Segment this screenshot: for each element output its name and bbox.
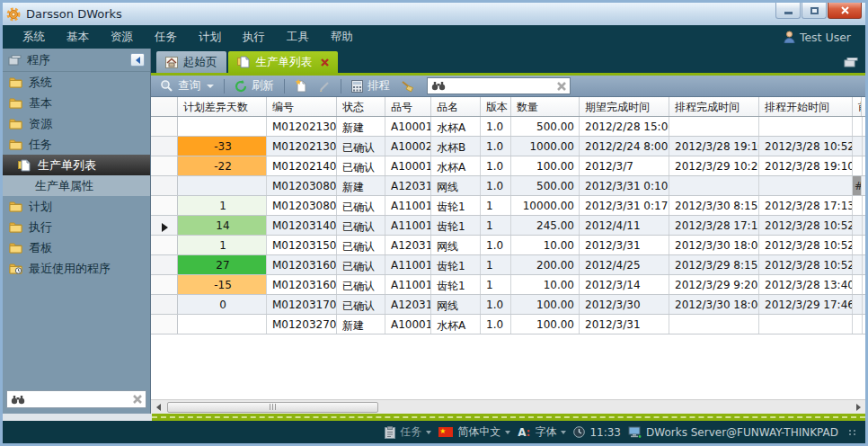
cell-item_no: A10001	[385, 315, 431, 334]
table-row[interactable]: M012032701新建A10001水杯A1.0100.002012/3/31	[151, 315, 865, 334]
scroll-right-icon[interactable]	[851, 404, 865, 411]
tab-overflow-icon[interactable]	[844, 57, 858, 67]
row-selector[interactable]	[151, 236, 178, 254]
toolbar-search-input[interactable]	[449, 80, 554, 93]
sidebar-collapse-button[interactable]	[130, 53, 145, 67]
close-button[interactable]	[828, 3, 862, 19]
menu-items: 系统基本资源任务计划执行工具帮助	[12, 26, 364, 49]
column-header-id[interactable]: 编号	[267, 97, 337, 116]
cell-extra	[853, 236, 863, 254]
toolbar-search-box	[427, 77, 571, 94]
tab-strip: 起始页 生产单列表	[151, 49, 865, 73]
table-row[interactable]: 1M012031501已确认A12031网线1.010.002012/3/312…	[151, 236, 865, 255]
column-header-extra[interactable]: 前	[853, 97, 862, 116]
sidebar-item-7[interactable]: 执行	[3, 217, 150, 237]
row-selector[interactable]	[151, 117, 178, 136]
cell-diff: -22	[178, 156, 267, 175]
table-row[interactable]: M012021301新建A10001水杯A1.0500.002012/2/28 …	[151, 117, 865, 137]
menu-item-1[interactable]: 基本	[56, 26, 100, 49]
sidebar-item-label: 看板	[29, 240, 52, 256]
menu-item-3[interactable]: 任务	[144, 26, 188, 49]
query-button[interactable]: 查询	[156, 76, 217, 95]
refresh-button[interactable]: 刷新	[231, 76, 278, 95]
table-row[interactable]: M012030801新建A12031网线1.0500.002012/3/31 0…	[151, 176, 865, 196]
status-language-menu[interactable]: ★ 简体中文	[438, 424, 510, 440]
status-font-menu[interactable]: A: 字体	[518, 424, 566, 440]
sidebar-item-9[interactable]: 最近使用的程序	[3, 258, 150, 279]
current-user[interactable]: Test User	[784, 31, 856, 44]
tab-close-icon[interactable]	[321, 58, 329, 67]
sidebar-item-3[interactable]: 任务	[3, 134, 150, 155]
column-header-diff[interactable]: 计划差异天数	[178, 97, 267, 116]
row-selector[interactable]	[151, 295, 178, 314]
menu-item-0[interactable]: 系统	[12, 26, 56, 49]
sidebar-item-8[interactable]: 看板	[3, 237, 150, 258]
clean-button[interactable]	[397, 78, 418, 94]
cell-sched_end: 2012/3/30 18:00	[669, 236, 759, 254]
chevron-down-icon	[505, 431, 510, 434]
sidebar-item-5[interactable]: 生产单属性	[3, 175, 150, 196]
menu-item-5[interactable]: 执行	[232, 26, 276, 49]
resize-grip[interactable]	[849, 430, 856, 435]
row-selector[interactable]	[151, 315, 178, 334]
sidebar-item-6[interactable]: 计划	[3, 196, 150, 217]
row-selector[interactable]	[151, 137, 178, 156]
cell-id: M012031701	[267, 295, 337, 314]
column-header-version[interactable]: 版本	[481, 97, 511, 116]
tab-production-order-list[interactable]: 生产单列表	[228, 51, 339, 73]
restore-button[interactable]	[802, 3, 827, 19]
menu-item-6[interactable]: 工具	[276, 26, 320, 49]
column-header-item_name[interactable]: 品名	[431, 97, 481, 116]
sidebar-item-4[interactable]: 生产单列表	[3, 155, 150, 175]
cell-version: 1.0	[481, 176, 511, 195]
sidebar-item-1[interactable]: 基本	[3, 93, 150, 113]
cell-id: M012032701	[267, 315, 337, 334]
tab-home[interactable]: 起始页	[156, 51, 226, 73]
table-row[interactable]: 14M012031402已确认A11001齿轮11245.002012/4/11…	[151, 216, 865, 236]
scrollbar-thumb[interactable]	[167, 402, 378, 413]
menu-item-4[interactable]: 计划	[188, 26, 232, 49]
row-selector[interactable]	[151, 275, 178, 294]
row-selector[interactable]	[151, 176, 178, 195]
table-row[interactable]: -22M012021401已确认A10001水杯A1.0100.002012/3…	[151, 156, 865, 176]
row-selector[interactable]	[151, 156, 178, 175]
folder-icon	[8, 242, 22, 254]
cell-item_no: A12031	[385, 176, 431, 195]
document-icon	[237, 56, 251, 68]
status-task-menu[interactable]: 任务	[385, 424, 431, 440]
menu-item-2[interactable]: 资源	[100, 26, 144, 49]
horizontal-scrollbar[interactable]	[151, 399, 865, 414]
toolbar-search-clear-icon[interactable]	[557, 82, 566, 91]
cell-sched_end: 2012/3/29 8:15	[669, 255, 759, 274]
row-selector[interactable]	[151, 216, 178, 235]
table-row[interactable]: 0M012031701已确认A12031网线1.0100.002012/3/30…	[151, 295, 865, 315]
cell-item_no: A10001	[385, 156, 431, 175]
cell-status: 新建	[337, 176, 385, 195]
table-row[interactable]: -33M012021302已确认A10002水杯B1.01000.002012/…	[151, 137, 865, 156]
table-row[interactable]: -15M012031602已确认A11001齿轮1110.002012/3/14…	[151, 275, 865, 295]
column-header-expect[interactable]: 期望完成时间	[580, 97, 669, 116]
edit-button[interactable]	[314, 78, 334, 94]
cell-item_name: 齿轮1	[431, 275, 481, 294]
cell-status: 新建	[337, 315, 385, 334]
row-selector[interactable]	[151, 196, 178, 215]
menu-item-7[interactable]: 帮助	[320, 26, 364, 49]
scroll-left-icon[interactable]	[151, 404, 165, 411]
column-header-item_no[interactable]: 品号	[385, 97, 431, 116]
table-row[interactable]: 1M012030802已确认A11001齿轮1110000.002012/3/3…	[151, 196, 865, 216]
sidebar-item-2[interactable]: 资源	[3, 113, 150, 134]
row-selector[interactable]	[151, 255, 178, 274]
minimize-button[interactable]	[775, 3, 801, 19]
column-header-status[interactable]: 状态	[337, 97, 385, 116]
column-header-sched_end[interactable]: 排程完成时间	[669, 97, 759, 116]
column-header-qty[interactable]: 数量	[511, 97, 580, 116]
status-server[interactable]: DWorks Server@FUNWAY-THINKPAD	[628, 426, 838, 439]
user-name: Test User	[800, 31, 851, 44]
column-header-sched_start[interactable]: 排程开始时间	[759, 97, 853, 116]
table-row[interactable]: 27M012031601已确认A11001齿轮11200.002012/4/25…	[151, 255, 865, 275]
sidebar-search-clear-icon[interactable]	[133, 395, 142, 404]
schedule-button[interactable]: 排程	[348, 76, 394, 95]
sidebar-item-0[interactable]: 系统	[3, 72, 150, 93]
sidebar-search-input[interactable]	[29, 393, 129, 406]
new-button[interactable]	[291, 77, 311, 94]
